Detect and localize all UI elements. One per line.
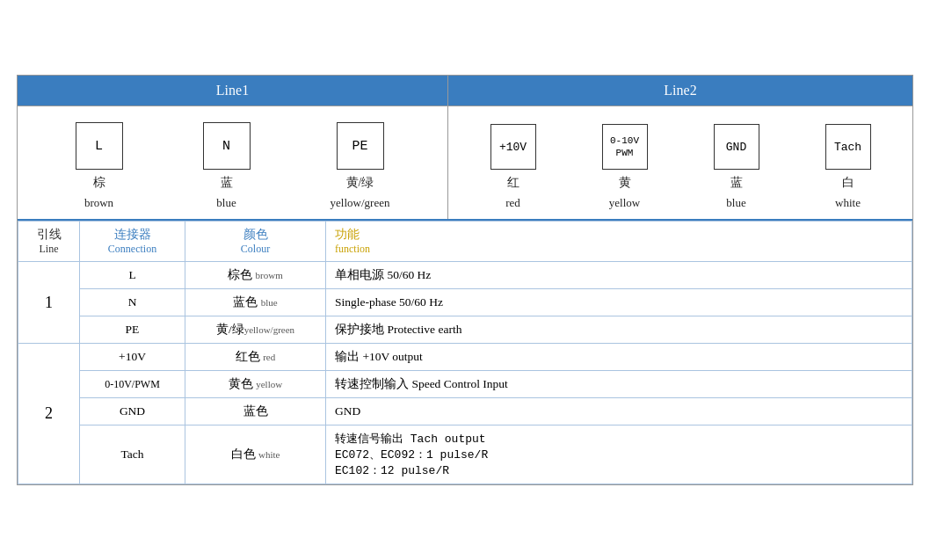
- label-en-PE: yellow/green: [331, 196, 390, 210]
- connection-PWM: 0-10V/PWM: [80, 371, 185, 398]
- connection-PE: PE: [80, 316, 185, 344]
- label-zh-L: 棕: [93, 175, 105, 191]
- colour-L: 棕色 browm: [185, 262, 326, 289]
- connection-Tach: Tach: [80, 425, 185, 484]
- connector-box-PWM: 0-10VPWM: [602, 124, 648, 170]
- colour-10V: 红色 red: [185, 344, 326, 371]
- colour-PE: 黄/绿yellow/green: [185, 316, 326, 344]
- table-row: 0-10V/PWM 黄色 yellow 转速控制输入 Speed Control…: [18, 371, 912, 398]
- connection-10V: +10V: [80, 344, 185, 371]
- connector-L: L 棕 brown: [76, 122, 123, 210]
- connector-PWM: 0-10VPWM 黄 yellow: [602, 124, 648, 210]
- diagram-line1: L 棕 brown N 蓝 blue PE 黄/绿 yellow/green: [18, 106, 448, 219]
- header-row: Line1 Line2: [18, 76, 912, 105]
- connection-GND2: GND: [80, 398, 185, 425]
- label-en-10V: red: [505, 196, 520, 210]
- connector-box-PE: PE: [337, 122, 384, 170]
- connector-box-Tach: Tach: [825, 124, 871, 170]
- function-N: Single-phase 50/60 Hz: [326, 289, 912, 316]
- connector-box-GND: GND: [714, 124, 759, 170]
- th-line: 引线 Line: [18, 222, 80, 262]
- table-row: N 蓝色 blue Single-phase 50/60 Hz: [18, 289, 912, 316]
- connector-Tach: Tach 白 white: [825, 124, 871, 210]
- function-GND: GND: [326, 398, 912, 425]
- connector-N: N 蓝 blue: [203, 122, 251, 210]
- function-10V: 输出 +10V output: [326, 344, 912, 371]
- label-en-L: brown: [84, 196, 113, 210]
- th-connection: 连接器 Connection: [80, 222, 185, 262]
- th-colour: 颜色 Colour: [185, 222, 326, 262]
- connector-box-N: N: [203, 122, 251, 170]
- line-number-2: 2: [18, 344, 80, 484]
- th-function: 功能 function: [326, 222, 912, 262]
- line-number-1: 1: [18, 262, 80, 344]
- table-row: 1 L 棕色 browm 单相电源 50/60 Hz: [18, 262, 912, 289]
- colour-GND: 蓝色: [185, 398, 326, 425]
- diagram-row: L 棕 brown N 蓝 blue PE 黄/绿 yellow/green +…: [18, 105, 912, 219]
- function-L: 单相电源 50/60 Hz: [326, 262, 912, 289]
- label-en-PWM: yellow: [609, 196, 640, 210]
- connector-box-L: L: [76, 122, 123, 170]
- table-section: 引线 Line 连接器 Connection 颜色 Colour 功能 func…: [18, 219, 912, 484]
- connection-N: N: [80, 289, 185, 316]
- label-zh-PWM: 黄: [619, 175, 631, 191]
- header-line2: Line2: [448, 76, 912, 105]
- wiring-table: 引线 Line 连接器 Connection 颜色 Colour 功能 func…: [18, 221, 912, 484]
- header-line1: Line1: [18, 76, 448, 105]
- main-container: Line1 Line2 L 棕 brown N 蓝 blue PE 黄/绿 ye…: [17, 75, 913, 485]
- function-Tach: 转速信号输出 Tach output EC072、EC092：1 pulse/R…: [326, 425, 912, 484]
- table-row: PE 黄/绿yellow/green 保护接地 Protective earth: [18, 316, 912, 344]
- colour-N: 蓝色 blue: [185, 289, 326, 316]
- label-zh-GND: 蓝: [730, 175, 743, 191]
- colour-PWM: 黄色 yellow: [185, 371, 326, 398]
- label-zh-10V: 红: [507, 175, 519, 191]
- label-en-Tach: white: [835, 196, 861, 210]
- function-PE: 保护接地 Protective earth: [326, 316, 912, 344]
- label-zh-PE: 黄/绿: [346, 175, 374, 191]
- label-zh-Tach: 白: [842, 175, 854, 191]
- table-row: GND 蓝色 GND: [18, 398, 912, 425]
- connector-box-10V: +10V: [490, 124, 536, 170]
- function-PWM: 转速控制输入 Speed Control Input: [326, 371, 912, 398]
- connector-GND: GND 蓝 blue: [714, 124, 759, 210]
- table-row: 2 +10V 红色 red 输出 +10V output: [18, 344, 912, 371]
- diagram-line2: +10V 红 red 0-10VPWM 黄 yellow GND 蓝 blue …: [448, 106, 912, 219]
- label-zh-N: 蓝: [221, 175, 233, 191]
- connector-PE: PE 黄/绿 yellow/green: [331, 122, 390, 210]
- colour-Tach: 白色 white: [185, 425, 326, 484]
- label-en-GND: blue: [726, 196, 745, 210]
- table-row: Tach 白色 white 转速信号输出 Tach output EC072、E…: [18, 425, 912, 484]
- connector-10V: +10V 红 red: [490, 124, 536, 210]
- connection-L: L: [80, 262, 185, 289]
- label-en-N: blue: [216, 196, 236, 210]
